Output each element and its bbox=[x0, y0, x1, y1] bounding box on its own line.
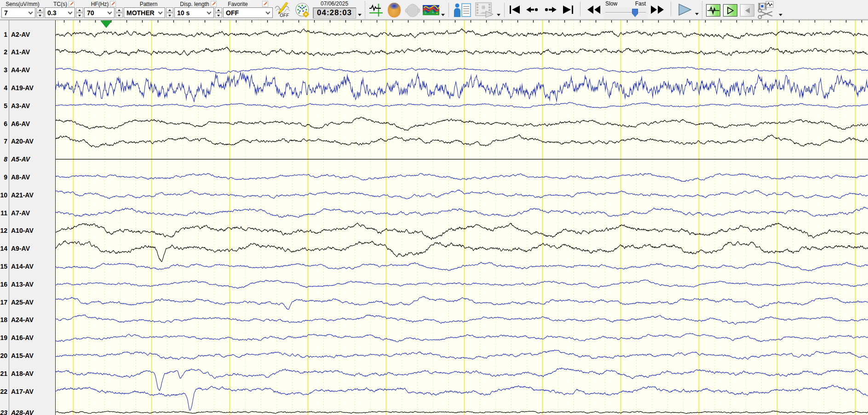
channel-row[interactable]: 21A18-AV bbox=[0, 369, 55, 377]
edit-pencil-icon[interactable] bbox=[262, 1, 268, 7]
video-dropdown-arrow[interactable] bbox=[497, 14, 500, 18]
step-back-button[interactable] bbox=[524, 5, 540, 15]
eeg-waveform-area[interactable] bbox=[55, 20, 868, 415]
channel-label: A10-AV bbox=[11, 227, 34, 234]
clip-video-button[interactable] bbox=[757, 0, 777, 20]
channel-row[interactable]: 5A3-AV bbox=[0, 102, 55, 110]
channel-number: 12 bbox=[0, 227, 7, 234]
head-map-settings-button[interactable] bbox=[293, 0, 311, 20]
channel-row[interactable]: 19A16-AV bbox=[0, 334, 55, 342]
rewind-button[interactable] bbox=[585, 5, 603, 15]
waveform-marker-button[interactable] bbox=[368, 0, 384, 20]
channel-row[interactable]: 23A28-AV bbox=[0, 409, 55, 415]
channel-row[interactable]: 15A14-AV bbox=[0, 262, 55, 270]
field-sensitivity: Sens(uV/mm) 7 bbox=[1, 0, 44, 18]
time-dropdown-arrow[interactable] bbox=[358, 14, 362, 18]
pattern-label: Pattern bbox=[140, 1, 158, 7]
topography-2d-button-disabled[interactable] bbox=[404, 0, 421, 20]
topo-dropdown-arrow[interactable] bbox=[441, 14, 445, 18]
channel-label: A2-AV bbox=[11, 31, 30, 38]
field-display-length: Disp. length 10 s bbox=[174, 0, 222, 18]
edit-pencil-icon[interactable] bbox=[69, 1, 75, 7]
hf-combobox[interactable]: 70 bbox=[84, 7, 115, 18]
channel-row[interactable]: 2A1-AV bbox=[0, 48, 55, 56]
pattern-down-button[interactable] bbox=[166, 13, 173, 18]
channel-label: A8-AV bbox=[11, 173, 30, 181]
fast-label: Fast bbox=[635, 0, 646, 7]
channel-number: 17 bbox=[0, 299, 7, 306]
channel-label: A21-AV bbox=[11, 191, 34, 199]
channel-number: 6 bbox=[0, 120, 7, 127]
edit-pencil-icon[interactable] bbox=[110, 1, 116, 7]
display-length-down-button[interactable] bbox=[215, 13, 222, 18]
channel-label-panel: 1A2-AV2A1-AV3A4-AV4A19-AV5A3-AV6A6-AV7A2… bbox=[0, 20, 55, 415]
speed-slider-thumb[interactable] bbox=[632, 9, 638, 17]
field-hf: HF(Hz) 70 bbox=[84, 0, 123, 18]
pattern-combobox[interactable]: MOTHER bbox=[124, 7, 165, 18]
play-mode-button[interactable] bbox=[723, 4, 737, 17]
channel-number: 22 bbox=[0, 388, 7, 395]
speed-slider: Slow Fast bbox=[604, 0, 648, 18]
clip-dropdown-arrow[interactable] bbox=[779, 14, 782, 18]
channel-row[interactable]: 6A6-AV bbox=[0, 120, 55, 127]
edit-pencil-icon[interactable] bbox=[211, 1, 217, 7]
skip-to-end-button[interactable] bbox=[561, 5, 575, 15]
channel-number: 23 bbox=[0, 409, 7, 415]
channel-row[interactable]: 14A9-AV bbox=[0, 245, 55, 253]
pattern-up-button[interactable] bbox=[166, 7, 173, 12]
channel-label: A1-AV bbox=[11, 48, 30, 56]
channel-row[interactable]: 8A5-AV bbox=[0, 156, 55, 163]
time-display[interactable]: 04:28:03 bbox=[313, 7, 356, 18]
tc-down-button[interactable] bbox=[76, 13, 83, 18]
wave-review-mode-button[interactable] bbox=[706, 4, 720, 17]
chevron-down-icon bbox=[68, 10, 73, 14]
channel-row[interactable]: 9A8-AV bbox=[0, 173, 55, 181]
filter-off-button[interactable]: OFF bbox=[274, 0, 292, 20]
channel-row[interactable]: 1A2-AV bbox=[0, 30, 55, 38]
play-button[interactable] bbox=[676, 3, 694, 16]
channel-row[interactable]: 18A24-AV bbox=[0, 316, 55, 324]
channel-label: A18-AV bbox=[11, 370, 34, 377]
channel-label: A15-AV bbox=[11, 352, 34, 359]
channel-row[interactable]: 20A15-AV bbox=[0, 352, 55, 359]
channel-row[interactable]: 22A17-AV bbox=[0, 387, 55, 395]
channel-number: 19 bbox=[0, 334, 7, 341]
video-button[interactable] bbox=[474, 0, 495, 20]
display-length-label: Disp. length bbox=[180, 1, 209, 7]
step-forward-button[interactable] bbox=[542, 5, 559, 15]
favorite-combobox[interactable]: OFF bbox=[223, 7, 273, 18]
tc-up-button[interactable] bbox=[76, 7, 83, 12]
display-length-combobox[interactable]: 10 s bbox=[174, 7, 214, 18]
channel-row[interactable]: 4A19-AV bbox=[0, 84, 55, 92]
hf-down-button[interactable] bbox=[115, 13, 123, 18]
channel-label: A28-AV bbox=[11, 409, 34, 415]
channel-number: 7 bbox=[0, 138, 7, 145]
skip-to-start-button[interactable] bbox=[507, 5, 522, 15]
topography-3d-button[interactable] bbox=[386, 0, 402, 20]
display-length-up-button[interactable] bbox=[215, 7, 222, 12]
dsa-trend-button[interactable] bbox=[423, 0, 439, 20]
channel-row[interactable]: 10A21-AV bbox=[0, 191, 55, 199]
sensitivity-down-button[interactable] bbox=[36, 13, 44, 18]
display-length-spinner bbox=[215, 7, 222, 18]
channel-row[interactable]: 12A10-AV bbox=[0, 227, 55, 235]
channel-number: 14 bbox=[0, 245, 7, 252]
channel-row[interactable]: 17A25-AV bbox=[0, 298, 55, 306]
fast-forward-button[interactable] bbox=[649, 5, 666, 15]
channel-row[interactable]: 7A20-AV bbox=[0, 138, 55, 145]
hf-up-button[interactable] bbox=[115, 7, 123, 12]
chevron-down-icon bbox=[108, 10, 112, 14]
channel-label: A7-AV bbox=[11, 209, 30, 217]
speed-slider-track[interactable] bbox=[604, 7, 648, 18]
field-tc: TC(s) 0.3 bbox=[45, 0, 83, 18]
channel-label: A9-AV bbox=[11, 245, 30, 252]
back-mode-button-disabled[interactable] bbox=[740, 4, 754, 17]
channel-row[interactable]: 3A4-AV bbox=[0, 66, 55, 74]
sensitivity-combobox[interactable]: 7 bbox=[1, 7, 35, 18]
tc-combobox[interactable]: 0.3 bbox=[45, 7, 75, 18]
patient-info-button[interactable] bbox=[453, 0, 472, 20]
channel-row[interactable]: 16A13-AV bbox=[0, 280, 55, 288]
channel-row[interactable]: 11A7-AV bbox=[0, 209, 55, 217]
play-dropdown-arrow[interactable] bbox=[695, 13, 699, 17]
sensitivity-up-button[interactable] bbox=[36, 7, 44, 12]
